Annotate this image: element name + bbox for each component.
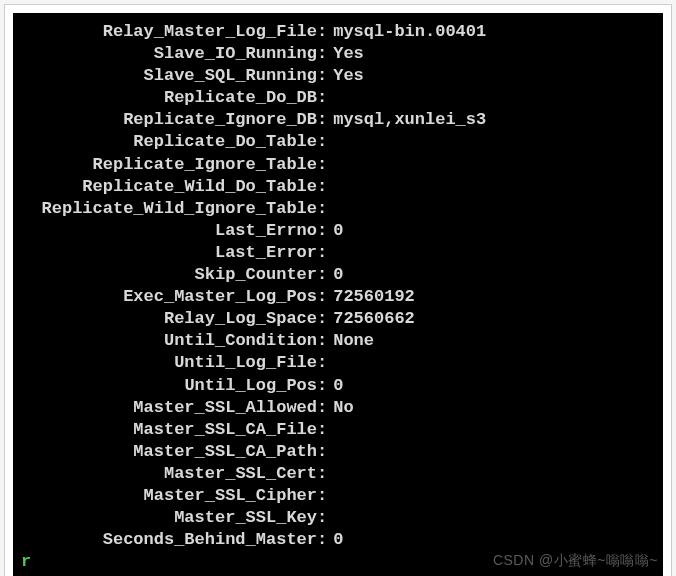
colon-separator: :: [317, 485, 333, 507]
status-row: Until_Log_Pos: 0: [17, 375, 659, 397]
status-value: mysql-bin.00401: [333, 21, 486, 43]
status-row: Slave_IO_Running: Yes: [17, 43, 659, 65]
status-row: Master_SSL_Key:: [17, 507, 659, 529]
colon-separator: :: [317, 21, 333, 43]
status-label: Master_SSL_Allowed: [17, 397, 317, 419]
colon-separator: :: [317, 375, 333, 397]
status-label: Replicate_Ignore_Table: [17, 154, 317, 176]
status-row: Last_Error:: [17, 242, 659, 264]
status-label: Replicate_Do_Table: [17, 131, 317, 153]
watermark-text: CSDN @小蜜蜂~嗡嗡嗡~: [493, 552, 658, 570]
status-value: Yes: [333, 65, 364, 87]
status-row: Seconds_Behind_Master: 0: [17, 529, 659, 551]
status-row: Master_SSL_CA_File:: [17, 419, 659, 441]
status-row: Replicate_Wild_Ignore_Table:: [17, 198, 659, 220]
colon-separator: :: [317, 220, 333, 242]
status-row: Exec_Master_Log_Pos: 72560192: [17, 286, 659, 308]
status-label: Replicate_Wild_Ignore_Table: [17, 198, 317, 220]
status-value: 0: [333, 529, 343, 551]
status-value: Yes: [333, 43, 364, 65]
colon-separator: :: [317, 154, 333, 176]
colon-separator: :: [317, 308, 333, 330]
terminal-output[interactable]: Relay_Master_Log_File: mysql-bin.00401Sl…: [13, 13, 663, 576]
colon-separator: :: [317, 131, 333, 153]
colon-separator: :: [317, 264, 333, 286]
colon-separator: :: [317, 65, 333, 87]
status-row: Until_Log_File:: [17, 352, 659, 374]
colon-separator: :: [317, 463, 333, 485]
colon-separator: :: [317, 109, 333, 131]
status-row: Replicate_Ignore_DB: mysql,xunlei_s3: [17, 109, 659, 131]
colon-separator: :: [317, 176, 333, 198]
status-row: Replicate_Do_DB:: [17, 87, 659, 109]
status-label: Master_SSL_CA_File: [17, 419, 317, 441]
status-label: Master_SSL_Cert: [17, 463, 317, 485]
colon-separator: :: [317, 286, 333, 308]
colon-separator: :: [317, 419, 333, 441]
status-label: Until_Log_Pos: [17, 375, 317, 397]
status-label: Last_Errno: [17, 220, 317, 242]
status-label: Exec_Master_Log_Pos: [17, 286, 317, 308]
status-label: Relay_Log_Space: [17, 308, 317, 330]
status-label: Master_SSL_Key: [17, 507, 317, 529]
status-row: Replicate_Do_Table:: [17, 131, 659, 153]
colon-separator: :: [317, 198, 333, 220]
status-label: Master_SSL_Cipher: [17, 485, 317, 507]
status-row: Master_SSL_Cipher:: [17, 485, 659, 507]
status-label: Slave_IO_Running: [17, 43, 317, 65]
terminal-window: Relay_Master_Log_File: mysql-bin.00401Sl…: [4, 4, 672, 576]
status-label: Replicate_Ignore_DB: [17, 109, 317, 131]
status-row: Relay_Master_Log_File: mysql-bin.00401: [17, 21, 659, 43]
status-label: Master_SSL_CA_Path: [17, 441, 317, 463]
status-label: Seconds_Behind_Master: [17, 529, 317, 551]
status-row: Master_SSL_Cert:: [17, 463, 659, 485]
status-row: Last_Errno: 0: [17, 220, 659, 242]
colon-separator: :: [317, 507, 333, 529]
colon-separator: :: [317, 43, 333, 65]
colon-separator: :: [317, 441, 333, 463]
status-value: 0: [333, 375, 343, 397]
status-value: mysql,xunlei_s3: [333, 109, 486, 131]
status-value: None: [333, 330, 374, 352]
colon-separator: :: [317, 529, 333, 551]
status-row: Slave_SQL_Running: Yes: [17, 65, 659, 87]
status-row: Master_SSL_CA_Path:: [17, 441, 659, 463]
status-label: Replicate_Do_DB: [17, 87, 317, 109]
status-label: Skip_Counter: [17, 264, 317, 286]
status-label: Until_Condition: [17, 330, 317, 352]
colon-separator: :: [317, 87, 333, 109]
status-label: Slave_SQL_Running: [17, 65, 317, 87]
colon-separator: :: [317, 352, 333, 374]
status-label: Until_Log_File: [17, 352, 317, 374]
colon-separator: :: [317, 242, 333, 264]
status-label: Last_Error: [17, 242, 317, 264]
status-value: 0: [333, 264, 343, 286]
status-value: 72560192: [333, 286, 415, 308]
status-row: Skip_Counter: 0: [17, 264, 659, 286]
status-value: 0: [333, 220, 343, 242]
status-row: Until_Condition: None: [17, 330, 659, 352]
status-row: Replicate_Ignore_Table:: [17, 154, 659, 176]
status-value: No: [333, 397, 353, 419]
status-row: Master_SSL_Allowed: No: [17, 397, 659, 419]
status-label: Relay_Master_Log_File: [17, 21, 317, 43]
status-row: Replicate_Wild_Do_Table:: [17, 176, 659, 198]
colon-separator: :: [317, 330, 333, 352]
colon-separator: :: [317, 397, 333, 419]
status-value: 72560662: [333, 308, 415, 330]
status-row: Relay_Log_Space: 72560662: [17, 308, 659, 330]
status-label: Replicate_Wild_Do_Table: [17, 176, 317, 198]
